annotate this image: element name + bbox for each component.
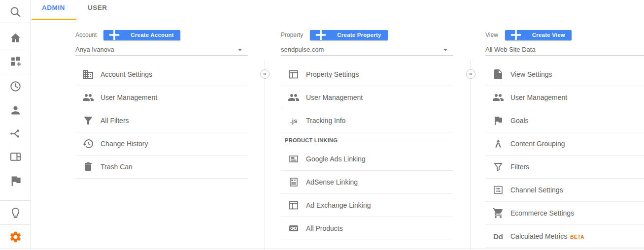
menu-item-adsense-linking[interactable]: AdSense Linking [281, 171, 453, 194]
collapse-account-column-button[interactable] [260, 69, 270, 79]
menu-item-user-management[interactable]: User Management [75, 86, 248, 109]
menu-item-property-settings[interactable]: Property Settings [281, 63, 453, 86]
sidebar-item-acquisition[interactable] [9, 127, 22, 140]
plus-icon [510, 29, 522, 41]
sidebar-item-realtime[interactable] [9, 80, 22, 93]
property-label: Property [281, 31, 303, 38]
audience-person-icon [9, 103, 22, 117]
conversions-flag-icon [9, 174, 22, 188]
account-label: Account [75, 31, 97, 38]
page-bottom-divider [0, 249, 644, 249]
view-selector[interactable]: All Web Site Data [485, 45, 644, 56]
menu-item-account-settings[interactable]: Account Settings [75, 63, 248, 86]
dd-glyph-icon: Dd [492, 230, 504, 242]
menu-item-goals[interactable]: Goals [485, 109, 644, 132]
app-sidebar [0, 0, 31, 250]
cart-icon [492, 207, 504, 219]
people-icon [82, 92, 94, 103]
view-label: View [485, 31, 498, 38]
menu-item-change-history[interactable]: Change History [75, 132, 248, 156]
menu-item-filters[interactable]: Filters [485, 156, 644, 179]
dropdown-caret-icon [443, 49, 447, 51]
arrow-right-icon [262, 70, 268, 79]
home-icon [9, 31, 22, 45]
discover-lightbulb-icon [9, 206, 22, 219]
customization-icon [9, 55, 22, 68]
realtime-clock-icon [9, 80, 22, 93]
beta-badge: BETA [570, 233, 584, 240]
browser-layout-icon [288, 199, 300, 211]
sidebar-item-conversions[interactable] [9, 174, 22, 188]
sidebar-item-search[interactable] [9, 5, 22, 19]
split-arrow-icon [492, 138, 504, 150]
menu-item-all-products[interactable]: All Products [281, 217, 453, 240]
file-icon [492, 68, 504, 80]
menu-item-user-management[interactable]: User Management [485, 86, 644, 109]
people-icon [288, 92, 300, 103]
column-divider [471, 60, 471, 250]
view-column: View Create View All Web Site Data View … [485, 0, 644, 250]
acquisition-fork-icon [9, 127, 22, 140]
collapse-property-column-button[interactable] [466, 69, 475, 79]
search-icon [9, 5, 22, 19]
menu-item-view-settings[interactable]: View Settings [485, 63, 644, 86]
browser-layout-icon [288, 68, 300, 80]
channel-arrows-icon [492, 184, 504, 196]
account-column: Account Create Account Anya Ivanova Acco… [75, 0, 248, 250]
menu-item-google-ads-linking[interactable]: Google Ads Linking [281, 148, 453, 171]
admin-gear-icon [9, 230, 22, 244]
column-divider [265, 60, 265, 250]
sidebar-item-home[interactable] [9, 31, 22, 45]
building-icon [82, 68, 94, 80]
document-lines-icon [288, 176, 300, 188]
sidebar-item-behavior[interactable] [9, 150, 22, 163]
menu-item-calculated-metrics[interactable]: Dd Calculated Metrics BETA [485, 225, 644, 248]
account-selector[interactable]: Anya Ivanova [75, 45, 248, 56]
people-icon [492, 92, 504, 103]
sidebar-item-discover[interactable] [9, 206, 22, 219]
menu-item-tracking-info[interactable]: .js Tracking Info [281, 109, 453, 132]
menu-item-trash-can[interactable]: Trash Can [75, 156, 248, 179]
create-account-button[interactable]: Create Account [103, 30, 180, 40]
history-icon [82, 138, 94, 150]
plus-icon [108, 29, 120, 41]
behavior-window-icon [9, 150, 22, 163]
sidebar-item-customization[interactable] [9, 55, 22, 68]
menu-item-all-filters[interactable]: All Filters [75, 109, 248, 132]
sidebar-item-admin[interactable] [9, 230, 22, 244]
property-column: Property Create Property sendpulse.com P… [281, 0, 453, 250]
funnel-icon [82, 115, 94, 126]
trash-icon [82, 161, 94, 173]
flag-icon [492, 115, 504, 126]
menu-item-channel-settings[interactable]: Channel Settings [485, 179, 644, 202]
create-view-button[interactable]: Create View [505, 30, 572, 40]
menu-item-content-grouping[interactable]: Content Grouping [485, 132, 644, 156]
create-property-button[interactable]: Create Property [310, 30, 387, 40]
dropdown-caret-icon [238, 49, 242, 51]
tab-admin[interactable]: ADMIN [42, 4, 65, 11]
menu-item-user-management[interactable]: User Management [281, 86, 453, 109]
funnel-outline-icon [492, 161, 504, 173]
arrow-right-icon [468, 70, 474, 79]
menu-item-ecommerce-settings[interactable]: Ecommerce Settings [485, 202, 644, 225]
sidebar-item-audience[interactable] [9, 103, 22, 117]
active-tab-underline [32, 19, 76, 20]
plus-icon [315, 29, 327, 41]
js-glyph-icon: .js [288, 115, 300, 126]
product-linking-section-header: PRODUCT LINKING [281, 132, 453, 148]
newspaper-icon [288, 153, 300, 165]
link-icon [288, 222, 300, 234]
property-selector[interactable]: sendpulse.com [281, 45, 453, 56]
menu-item-ad-exchange-linking[interactable]: Ad Exchange Linking [281, 194, 453, 217]
